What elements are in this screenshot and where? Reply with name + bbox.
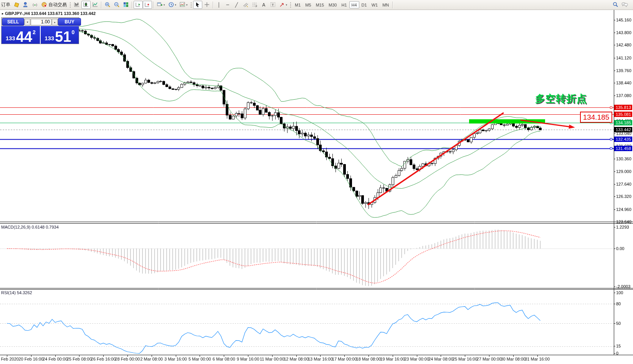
svg-text:F: F xyxy=(256,5,257,8)
indicators-icon xyxy=(179,2,185,8)
search-icon xyxy=(612,2,618,8)
timeframe-mn-button[interactable]: MN xyxy=(380,1,391,8)
timeframe-w1-button[interactable]: W1 xyxy=(369,1,380,8)
crosshair-button[interactable] xyxy=(202,1,212,9)
svg-text:T: T xyxy=(272,3,274,7)
main-toolbar: 订单 自动交易 xyxy=(0,0,633,10)
fibonacci-tool-button[interactable]: F xyxy=(250,1,259,9)
arrows-icon xyxy=(279,2,285,8)
new-chart-icon xyxy=(157,2,163,8)
timeframe-h1-button[interactable]: H1 xyxy=(339,1,349,8)
buy-price-base: 133 xyxy=(45,35,54,41)
auto-scroll-button[interactable] xyxy=(134,1,143,9)
sell-price-display[interactable]: 133442 xyxy=(2,26,40,44)
timeframe-group: M1M5M15M30H1H4D1W1MN xyxy=(293,1,391,8)
cursor-icon xyxy=(195,2,201,8)
candlestick-icon xyxy=(83,2,89,8)
buy-price-point: 0 xyxy=(72,29,75,35)
tile-windows-icon xyxy=(123,2,129,8)
signals-button[interactable] xyxy=(30,1,40,9)
sell-price-base: 133 xyxy=(6,35,15,41)
channel-icon xyxy=(243,2,249,8)
dropdown-caret-icon: ▾ xyxy=(186,3,188,7)
horizontal-line-tool-button[interactable]: ─ xyxy=(223,1,232,9)
volume-decrease-button[interactable]: ▾ xyxy=(25,19,30,25)
zoom-in-button[interactable] xyxy=(103,1,112,9)
vertical-line-tool-button[interactable]: │ xyxy=(215,1,223,9)
buy-button[interactable]: BUY xyxy=(58,18,81,26)
crosshair-icon xyxy=(204,2,210,8)
timeframe-m15-button[interactable]: M15 xyxy=(314,1,326,8)
tile-windows-button[interactable] xyxy=(121,1,131,9)
channel-tool-button[interactable] xyxy=(241,1,250,9)
timeframe-h4-button[interactable]: H4 xyxy=(349,1,359,8)
autotrading-label: 自动交易 xyxy=(48,2,67,8)
indicators-button[interactable]: ▾ xyxy=(178,1,189,9)
cursor-button[interactable] xyxy=(193,1,202,9)
toolbar-separator xyxy=(153,2,154,8)
toolbar-separator xyxy=(213,2,213,8)
toolbar-separator xyxy=(101,2,102,8)
autotrading-button[interactable]: 自动交易 xyxy=(40,1,68,9)
quote-prices-row: 133442 133510 xyxy=(2,26,79,44)
dropdown-caret-icon: ▾ xyxy=(286,3,288,7)
auto-scroll-icon xyxy=(135,2,141,8)
person-icon xyxy=(23,2,29,8)
zoom-in-icon xyxy=(104,2,111,8)
timeframe-d1-button[interactable]: D1 xyxy=(359,1,369,8)
chart-shift-icon xyxy=(144,2,150,8)
zoom-out-icon xyxy=(114,2,120,8)
symbol-marker-icon: ▸ xyxy=(2,12,3,15)
market-button[interactable] xyxy=(12,1,21,9)
dropdown-caret-icon: ▾ xyxy=(175,3,177,7)
bar-chart-button[interactable] xyxy=(72,1,81,9)
signal-icon xyxy=(32,2,38,8)
sell-price-pips: 44 xyxy=(16,31,32,43)
text-label-tool-button[interactable]: T xyxy=(268,1,278,9)
gold-icon xyxy=(13,2,20,8)
price-annotation-box: 134.185 xyxy=(580,112,612,123)
clock-icon xyxy=(168,2,174,8)
buy-price-pips: 51 xyxy=(55,31,71,43)
volume-input[interactable] xyxy=(31,19,51,25)
symbol-ohlc-text: GBPJPY-,H4 133.644 133.671 133.360 133.4… xyxy=(5,11,96,16)
dropdown-caret-icon: ▾ xyxy=(164,3,165,7)
timeframe-m1-button[interactable]: M1 xyxy=(293,1,303,8)
toolbar-handle xyxy=(69,2,71,8)
community-button[interactable] xyxy=(21,1,30,9)
text-label-icon: T xyxy=(270,2,276,8)
line-chart-icon xyxy=(92,2,98,8)
trendline-tool-button[interactable]: ╱ xyxy=(232,1,241,9)
zoom-out-button[interactable] xyxy=(112,1,121,9)
rsi-label: RSI(14) 54.3262 xyxy=(1,290,32,295)
timeframe-m30-button[interactable]: M30 xyxy=(326,1,339,8)
text-tool-button[interactable]: A xyxy=(259,1,268,9)
bar-chart-icon xyxy=(74,2,80,8)
line-chart-button[interactable] xyxy=(91,1,100,9)
periods-button[interactable]: ▾ xyxy=(167,1,178,9)
new-order-button[interactable]: 订单 xyxy=(0,1,12,9)
symbol-info-bar: ▸ GBPJPY-,H4 133.644 133.671 133.360 133… xyxy=(2,11,96,16)
chart-shift-button[interactable] xyxy=(143,1,152,9)
timeframe-m5-button[interactable]: M5 xyxy=(303,1,313,8)
toolbar-separator xyxy=(392,2,393,8)
candlestick-chart-button[interactable] xyxy=(81,1,91,9)
volume-spinner: ▾ ▴ xyxy=(25,18,58,26)
sell-button[interactable]: SELL xyxy=(2,18,24,26)
macd-label: MACD(12,26,9) 0.6148 0.7934 xyxy=(1,225,59,229)
new-chart-button[interactable]: ▾ xyxy=(155,1,167,9)
volume-increase-button[interactable]: ▴ xyxy=(52,19,58,25)
toolbar-handle xyxy=(190,2,192,8)
chat-button[interactable] xyxy=(620,1,630,9)
new-order-label: 订单 xyxy=(1,2,10,8)
one-click-trading-panel: SELL ▾ ▴ BUY 133442 133510 xyxy=(1,17,79,44)
arrows-tool-button[interactable]: ▾ xyxy=(278,1,289,9)
buy-price-display[interactable]: 133510 xyxy=(41,26,79,44)
autotrading-icon xyxy=(41,2,47,8)
one-click-top-row: SELL ▾ ▴ BUY xyxy=(2,18,79,26)
chat-icon xyxy=(621,2,628,8)
toolbar-separator xyxy=(132,2,132,8)
sell-price-point: 2 xyxy=(33,29,36,35)
search-button[interactable] xyxy=(611,1,620,9)
chart-canvas[interactable] xyxy=(0,0,633,364)
